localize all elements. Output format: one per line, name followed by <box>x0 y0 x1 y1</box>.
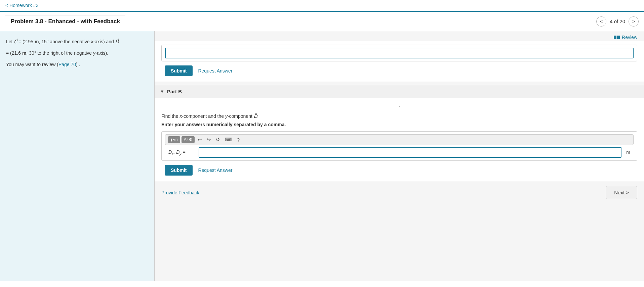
part-a-input[interactable] <box>165 48 634 58</box>
math-icon: ▮ <box>170 138 172 142</box>
review-icon <box>614 36 620 39</box>
part-b-instruction: Enter your answers numerically separated… <box>161 122 637 127</box>
part-b-answer-label: Dx, Dy = <box>168 149 195 156</box>
help-button[interactable]: ? <box>235 136 241 143</box>
part-b-section: ▼ Part B · Find the x-component and the … <box>155 85 644 181</box>
reset-button[interactable]: ↺ <box>214 136 222 143</box>
part-a-request-answer-link[interactable]: Request Answer <box>198 68 232 74</box>
part-a-submit-button[interactable]: Submit <box>165 65 193 76</box>
collapse-icon: ▼ <box>160 89 164 94</box>
right-panel: Review Submit Request Answer ▼ Part B · <box>155 31 644 281</box>
part-b-label: Part B <box>167 89 182 94</box>
separator: · <box>161 103 637 110</box>
math-btn-label: √□ <box>173 137 178 142</box>
part-b-answer-input[interactable] <box>199 147 621 158</box>
review-label: Review <box>622 35 637 40</box>
math-toolbar: ▮ √□ ΑΣΦ ↩ ↪ ↺ ⌨ ? <box>165 134 634 145</box>
part-b-question: Find the x-component and the y-component… <box>161 112 637 120</box>
problem-counter: 4 of 20 <box>610 18 625 24</box>
back-link[interactable]: < Homework #3 <box>5 3 38 8</box>
problem-text-line1: Let C⃗ = (2.95 m, 15° above the negative… <box>6 38 148 46</box>
part-a-area: Submit Request Answer <box>155 41 644 82</box>
nav-next-button[interactable]: > <box>629 16 639 27</box>
next-button[interactable]: Next > <box>606 186 637 199</box>
keyboard-button[interactable]: ⌨ <box>223 136 234 143</box>
math-template-button[interactable]: ▮ √□ <box>168 136 180 143</box>
redo-button[interactable]: ↪ <box>205 136 213 143</box>
part-b-request-answer-link[interactable]: Request Answer <box>198 168 232 173</box>
nav-prev-button[interactable]: < <box>596 16 606 27</box>
greek-button[interactable]: ΑΣΦ <box>182 136 195 143</box>
left-panel: Let C⃗ = (2.95 m, 15° above the negative… <box>0 31 155 281</box>
part-b-header[interactable]: ▼ Part B <box>155 85 644 98</box>
part-b-unit: m <box>626 150 630 155</box>
review-button[interactable]: Review <box>614 35 637 40</box>
problem-text-line3: You may want to review (Page 70) . <box>6 61 148 69</box>
part-b-submit-button[interactable]: Submit <box>165 165 193 176</box>
provide-feedback-link[interactable]: Provide Feedback <box>161 190 199 195</box>
problem-title: Problem 3.8 - Enhanced - with Feedback <box>5 15 125 28</box>
page-link[interactable]: Page 70 <box>58 62 76 67</box>
part-a-input-box <box>161 45 637 61</box>
part-b-input-box: ▮ √□ ΑΣΦ ↩ ↪ ↺ ⌨ ? Dx, Dy = <box>161 131 637 161</box>
bottom-bar: Provide Feedback Next > <box>155 181 644 204</box>
part-b-answer-row: Dx, Dy = m <box>165 147 634 158</box>
undo-button[interactable]: ↩ <box>196 136 204 143</box>
part-b-content: · Find the x-component and the y-compone… <box>155 98 644 181</box>
problem-text-line2: = (21.6 m, 30° to the right of the negat… <box>6 49 148 57</box>
part-b-action-row: Submit Request Answer <box>161 165 637 176</box>
problem-nav: < 4 of 20 > <box>596 16 639 27</box>
